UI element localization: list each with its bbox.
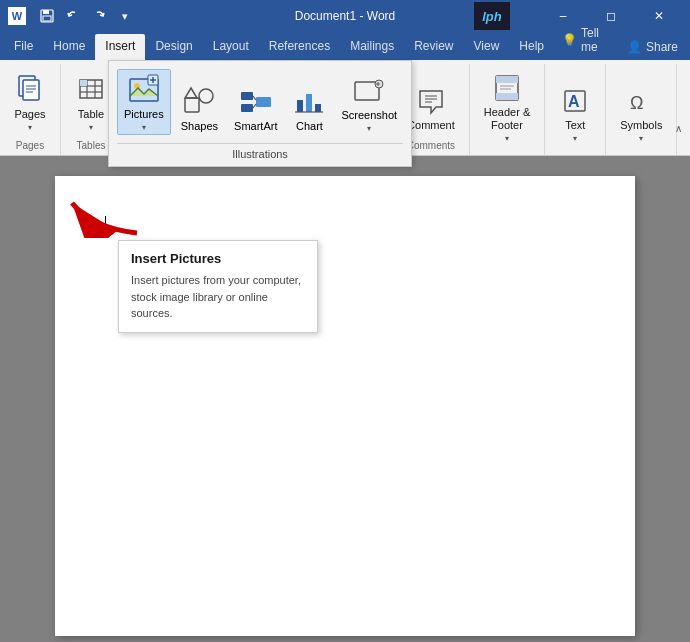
smartart-icon <box>240 86 272 118</box>
text-icon: A <box>559 85 591 117</box>
svg-rect-30 <box>496 93 518 100</box>
header-footer-icon <box>491 72 523 104</box>
shapes-icon <box>183 86 215 118</box>
shapes-button[interactable]: Shapes <box>175 82 224 135</box>
tab-references[interactable]: References <box>259 34 340 60</box>
svg-marker-43 <box>185 88 197 98</box>
watermark: lph <box>474 2 510 30</box>
ribbon-group-text: A Text ▾ <box>545 64 606 155</box>
tooltip-title: Insert Pictures <box>131 251 305 266</box>
illustrations-dropdown-group-label: Illustrations <box>117 143 403 166</box>
tab-layout[interactable]: Layout <box>203 34 259 60</box>
pictures-label: Pictures <box>124 108 164 121</box>
symbols-button[interactable]: Ω Symbols ▾ <box>612 81 670 145</box>
table-dropdown-arrow: ▾ <box>89 123 93 132</box>
svg-rect-51 <box>315 104 321 112</box>
ribbon-group-header-footer: Header &Footer ▾ <box>470 64 545 155</box>
screenshot-icon <box>353 75 385 107</box>
ribbon-group-pages: Pages ▾ Pages <box>0 64 61 155</box>
svg-rect-46 <box>256 97 271 107</box>
window-title: Document1 - Word <box>295 9 395 23</box>
tab-file[interactable]: File <box>4 34 43 60</box>
table-label: Table <box>78 108 104 121</box>
red-arrow <box>62 178 142 248</box>
header-footer-label: Header &Footer <box>484 106 530 132</box>
svg-point-42 <box>199 89 213 103</box>
word-logo: W <box>8 7 26 25</box>
svg-text:A: A <box>568 93 580 110</box>
table-icon <box>75 74 107 106</box>
title-bar-left: W ▾ <box>8 5 136 27</box>
symbols-items: Ω Symbols ▾ <box>610 64 672 149</box>
text-label: Text <box>565 119 585 132</box>
smartart-button[interactable]: SmartArt <box>228 82 283 135</box>
symbols-group-label <box>610 149 672 155</box>
svg-text:Ω: Ω <box>630 93 643 113</box>
customize-quick-access[interactable]: ▾ <box>114 5 136 27</box>
tell-me-button[interactable]: 💡Tell me <box>554 24 611 56</box>
svg-rect-41 <box>185 98 199 112</box>
pages-button[interactable]: Pages ▾ <box>6 70 54 134</box>
svg-rect-4 <box>23 80 39 100</box>
pages-icon <box>14 74 46 106</box>
quick-access-toolbar: ▾ <box>36 5 136 27</box>
svg-rect-1 <box>43 10 49 14</box>
symbols-dropdown-arrow: ▾ <box>639 134 643 143</box>
svg-rect-2 <box>43 16 51 21</box>
svg-rect-49 <box>297 100 303 112</box>
illustrations-dropdown-items: Pictures ▾ Shapes SmartArt Chart <box>117 69 403 139</box>
symbols-label: Symbols <box>620 119 662 132</box>
ribbon-tab-end: 💡Tell me 👤Share <box>554 24 686 60</box>
text-dropdown-arrow: ▾ <box>573 134 577 143</box>
pictures-button[interactable]: Pictures ▾ <box>117 69 171 135</box>
pages-label: Pages <box>14 108 45 121</box>
pages-items: Pages ▾ <box>4 64 56 138</box>
svg-rect-45 <box>241 104 253 112</box>
tab-mailings[interactable]: Mailings <box>340 34 404 60</box>
svg-rect-13 <box>80 80 87 86</box>
header-footer-button[interactable]: Header &Footer ▾ <box>476 68 538 145</box>
header-footer-items: Header &Footer ▾ <box>474 64 540 149</box>
ribbon-tabs: File Home Insert Design Layout Reference… <box>0 32 690 60</box>
screenshot-button[interactable]: Screenshot ▾ <box>335 71 403 135</box>
svg-rect-44 <box>241 92 253 100</box>
comment-icon <box>415 85 447 117</box>
ribbon-group-symbols: Ω Symbols ▾ <box>606 64 677 155</box>
pictures-dropdown-arrow: ▾ <box>142 123 146 132</box>
insert-pictures-tooltip: Insert Pictures Insert pictures from you… <box>118 240 318 333</box>
redo-button[interactable] <box>88 5 110 27</box>
save-button[interactable] <box>36 5 58 27</box>
tooltip-text: Insert pictures from your computer, stoc… <box>131 272 305 322</box>
pages-dropdown-arrow: ▾ <box>28 123 32 132</box>
text-group-label <box>549 149 601 155</box>
tab-review[interactable]: Review <box>404 34 463 60</box>
chart-button[interactable]: Chart <box>287 82 331 135</box>
svg-line-47 <box>253 96 256 100</box>
symbols-icon: Ω <box>625 85 657 117</box>
tab-help[interactable]: Help <box>509 34 554 60</box>
screenshot-dropdown-arrow: ▾ <box>367 124 371 133</box>
shapes-label: Shapes <box>181 120 218 133</box>
tab-insert[interactable]: Insert <box>95 34 145 60</box>
svg-rect-29 <box>496 76 518 83</box>
chart-icon <box>293 86 325 118</box>
tab-design[interactable]: Design <box>145 34 202 60</box>
screenshot-label: Screenshot <box>341 109 397 122</box>
chart-label: Chart <box>296 120 323 133</box>
header-footer-group-label <box>474 149 540 155</box>
share-button[interactable]: 👤Share <box>619 38 686 56</box>
watermark-text: lph <box>482 9 502 24</box>
pages-group-label: Pages <box>4 138 56 155</box>
text-button[interactable]: A Text ▾ <box>551 81 599 145</box>
ribbon-collapse-button[interactable]: ∧ <box>670 120 686 136</box>
undo-button[interactable] <box>62 5 84 27</box>
tab-home[interactable]: Home <box>43 34 95 60</box>
svg-rect-50 <box>306 94 312 112</box>
text-items: A Text ▾ <box>549 64 601 149</box>
header-footer-dropdown-arrow: ▾ <box>505 134 509 143</box>
smartart-label: SmartArt <box>234 120 277 133</box>
illustrations-dropdown: Pictures ▾ Shapes SmartArt Chart <box>108 60 412 167</box>
tab-view[interactable]: View <box>464 34 510 60</box>
comment-label: Comment <box>407 119 455 132</box>
svg-line-48 <box>253 104 256 108</box>
